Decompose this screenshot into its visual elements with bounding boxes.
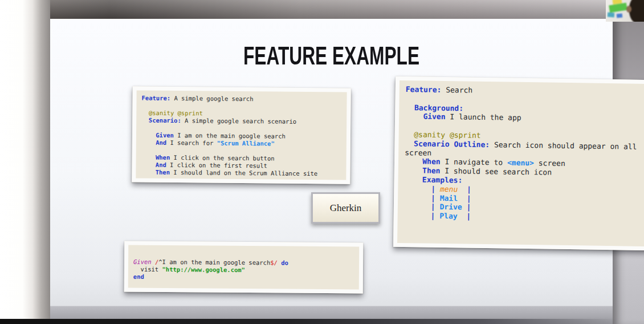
gherkin-label: Gherkin <box>330 202 362 214</box>
presentation-slide: FEATURE EXAMPLE Feature: A simple google… <box>50 19 613 306</box>
code-content: Feature: A simple google search @sanity … <box>136 90 347 181</box>
presenter-webcam <box>606 0 644 22</box>
code-content: Given /^I am on the main google search$/… <box>128 245 359 288</box>
code-box-feature-google-search: Feature: A simple google search @sanity … <box>132 86 350 184</box>
backdrop-left-glow <box>0 0 50 324</box>
code-content: Feature: Search Background: Given I laun… <box>397 80 644 228</box>
video-frame: FEATURE EXAMPLE Feature: A simple google… <box>0 0 644 324</box>
code-box-step-definition: Given /^I am on the main google search$/… <box>124 241 364 294</box>
webcam-video <box>606 0 644 22</box>
code-line: end <box>133 273 354 282</box>
backdrop-top-band <box>50 0 644 19</box>
code-line: visit "http://www.google.com" <box>133 266 354 275</box>
presenter-silhouette <box>629 0 644 22</box>
code-box-feature-search: Feature: Search Background: Given I laun… <box>393 76 644 250</box>
gherkin-label-box: Gherkin <box>311 192 380 224</box>
slide-title: FEATURE EXAMPLE <box>129 42 534 70</box>
code-line: Then I should land on the Scrum Alliance… <box>141 168 341 177</box>
sticky-note-teal <box>608 13 615 18</box>
presenter-face <box>626 6 631 13</box>
sticky-note-blue <box>617 13 623 18</box>
player-bottom-bar <box>0 319 644 324</box>
